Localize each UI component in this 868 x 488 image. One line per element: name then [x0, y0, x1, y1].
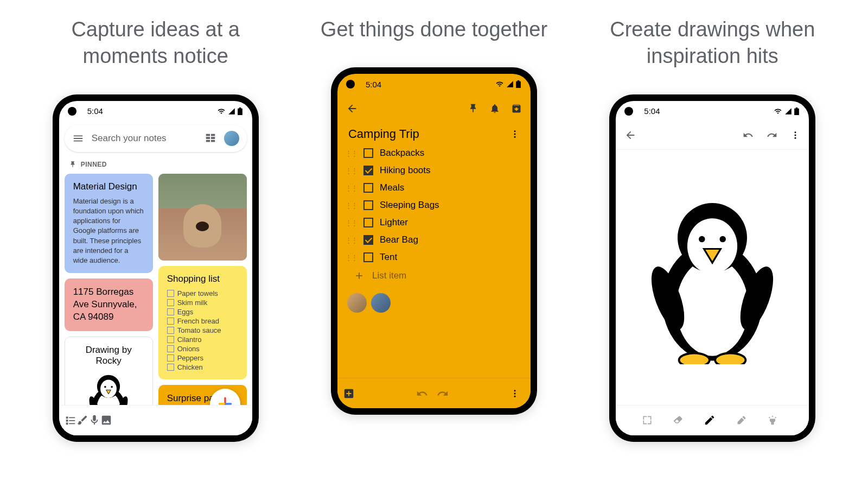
shopping-item-label: French bread	[177, 317, 219, 325]
checkbox[interactable]	[363, 166, 373, 175]
checklist-item[interactable]: ⋮⋮Backpacks	[345, 144, 523, 162]
pin-icon[interactable]	[468, 103, 478, 114]
shopping-item[interactable]: Peppers	[167, 353, 238, 363]
shopping-item-label: Eggs	[177, 308, 194, 316]
select-tool-icon[interactable]	[642, 415, 653, 426]
note-address-text: 1175 Borregas Ave Sunnyvale, CA 94089	[73, 287, 137, 322]
svg-point-13	[514, 390, 515, 391]
checklist-item[interactable]: ⋮⋮Bear Bag	[345, 231, 523, 249]
archive-icon[interactable]	[511, 103, 522, 114]
checkbox-icon[interactable]	[167, 308, 174, 315]
checklist-item[interactable]: ⋮⋮Sleeping Bags	[345, 197, 523, 214]
collaborator-avatar[interactable]	[347, 293, 367, 313]
bottom-toolbar	[337, 378, 531, 408]
note-title: Material Design	[73, 181, 144, 192]
note-shopping-list[interactable]: Shopping list Paper towelsSkim milkEggsF…	[158, 266, 247, 379]
svg-point-23	[699, 236, 705, 243]
checkbox[interactable]	[363, 200, 373, 210]
svg-point-18	[795, 137, 796, 139]
checkbox-icon[interactable]	[167, 345, 174, 352]
drag-handle-icon[interactable]: ⋮⋮	[345, 201, 357, 210]
reminder-icon[interactable]	[489, 103, 500, 114]
signal-icon	[227, 107, 236, 115]
shopping-item[interactable]: Tomato sauce	[167, 326, 238, 335]
status-clock: 5:04	[87, 106, 103, 116]
more-icon[interactable]	[790, 130, 800, 140]
checkbox-icon[interactable]	[167, 364, 174, 371]
undo-icon[interactable]	[416, 388, 428, 400]
add-list-item[interactable]: List item	[337, 266, 531, 286]
drag-handle-icon[interactable]: ⋮⋮	[345, 236, 357, 244]
drag-handle-icon[interactable]: ⋮⋮	[345, 219, 357, 227]
checkbox[interactable]	[363, 252, 373, 262]
wifi-icon	[495, 80, 504, 88]
drag-handle-icon[interactable]: ⋮⋮	[345, 184, 357, 192]
checklist-item[interactable]: ⋮⋮Hiking boots	[345, 162, 523, 179]
checkbox[interactable]	[363, 235, 373, 245]
search-placeholder: Search your notes	[92, 133, 197, 144]
drag-handle-icon[interactable]: ⋮⋮	[345, 253, 357, 262]
checkbox-icon[interactable]	[167, 290, 174, 297]
image-icon[interactable]	[100, 414, 112, 426]
note-title[interactable]: Camping Trip	[348, 127, 419, 141]
checklist-item[interactable]: ⋮⋮Tent	[345, 249, 523, 266]
checkbox-icon[interactable]	[167, 299, 174, 306]
shopping-item[interactable]: Onions	[167, 344, 238, 353]
plus-icon	[354, 270, 365, 281]
checklist-item-label: Bear Bag	[380, 235, 418, 245]
collaborator-avatar[interactable]	[371, 293, 391, 313]
shopping-item[interactable]: Chicken	[167, 363, 238, 372]
checkbox[interactable]	[363, 148, 373, 158]
shopping-item[interactable]: Cilantro	[167, 335, 238, 344]
checklist-item[interactable]: ⋮⋮Meals	[345, 179, 523, 197]
checklist-item[interactable]: ⋮⋮Lighter	[345, 214, 523, 231]
checkbox-icon[interactable]	[167, 336, 174, 343]
shopping-item-label: Skim milk	[177, 299, 208, 307]
undo-icon[interactable]	[743, 130, 754, 141]
drawing-canvas[interactable]	[616, 150, 809, 405]
checklist-item-label: Tent	[380, 252, 397, 263]
note-address[interactable]: 1175 Borregas Ave Sunnyvale, CA 94089	[65, 278, 153, 331]
shopping-item[interactable]: Eggs	[167, 307, 238, 316]
shopping-item-label: Cilantro	[177, 335, 202, 344]
svg-point-3	[100, 379, 117, 397]
checkbox[interactable]	[363, 218, 373, 227]
shopping-item[interactable]: Paper towels	[167, 289, 238, 298]
back-icon[interactable]	[624, 129, 636, 141]
profile-avatar[interactable]	[224, 131, 239, 146]
shopping-item[interactable]: Skim milk	[167, 298, 238, 307]
marker-tool-icon[interactable]	[736, 415, 747, 426]
more-icon[interactable]	[510, 129, 520, 139]
headline-3: Create drawings when inspiration hits	[584, 16, 841, 70]
checkbox[interactable]	[363, 183, 373, 193]
add-box-icon[interactable]	[343, 388, 355, 400]
battery-icon	[794, 107, 799, 115]
checkbox-icon[interactable]	[167, 318, 174, 325]
search-bar[interactable]: Search your notes	[65, 125, 247, 152]
highlighter-tool-icon[interactable]	[767, 415, 778, 426]
back-icon[interactable]	[346, 103, 358, 115]
pen-tool-icon[interactable]	[704, 414, 716, 426]
more-icon[interactable]	[510, 389, 520, 398]
drawing-tools-bar	[616, 405, 809, 435]
drag-handle-icon[interactable]: ⋮⋮	[345, 167, 357, 175]
grid-view-icon[interactable]	[205, 132, 216, 144]
shopping-item-label: Paper towels	[177, 289, 218, 297]
redo-icon[interactable]	[437, 388, 449, 400]
brush-icon[interactable]	[76, 414, 88, 426]
mic-icon[interactable]	[88, 414, 100, 426]
checklist-icon[interactable]	[65, 414, 76, 426]
menu-icon[interactable]	[72, 132, 84, 144]
shopping-item[interactable]: French bread	[167, 316, 238, 326]
drag-handle-icon[interactable]: ⋮⋮	[345, 149, 357, 157]
redo-icon[interactable]	[767, 130, 777, 141]
svg-point-15	[514, 396, 515, 397]
checkbox-icon[interactable]	[167, 354, 174, 362]
checklist-item-label: Meals	[380, 182, 404, 193]
collaborators	[337, 286, 531, 320]
svg-point-14	[514, 392, 515, 394]
note-image-dog[interactable]	[158, 174, 247, 261]
checkbox-icon[interactable]	[167, 327, 174, 334]
eraser-tool-icon[interactable]	[673, 415, 684, 426]
note-material-design[interactable]: Material Design Material design is a fou…	[65, 174, 153, 273]
